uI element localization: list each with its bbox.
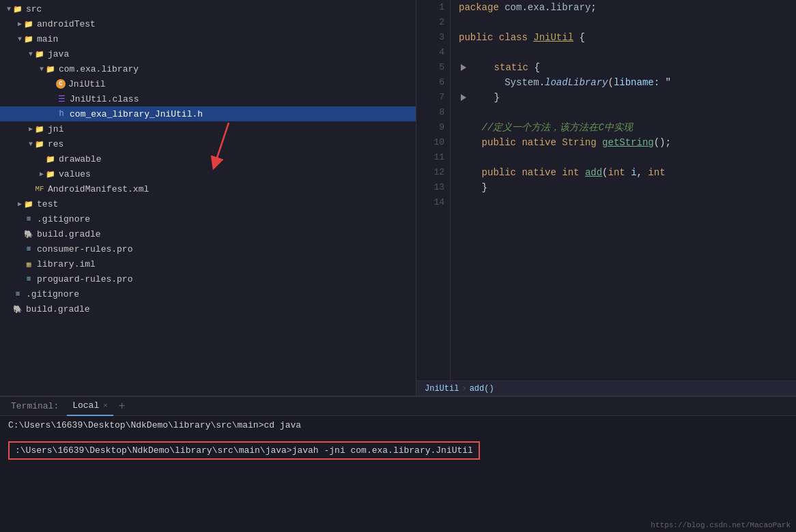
keyword-public: public [459, 30, 493, 45]
keyword-class: class [499, 30, 528, 45]
sidebar-item-label: src [26, 4, 42, 14]
sidebar-item-jniutil-h[interactable]: ▶ h com_exa_library_JniUtil.h [0, 106, 416, 121]
sidebar-item-src[interactable]: ▼ 📁 src [0, 1, 416, 16]
code-line-1: package com . exa . library ; [459, 0, 796, 15]
sidebar-item-jni[interactable]: ▶ 📁 jni [0, 121, 416, 136]
sidebar-item-label: com_exa_library_JniUtil.h [70, 109, 203, 119]
sidebar-item-java[interactable]: ▼ 📁 java [0, 46, 416, 61]
arrow-icon: ▼ [7, 5, 11, 13]
keyword-public: public [482, 165, 516, 180]
sidebar-item-label: res [48, 139, 63, 149]
sidebar-item-label: JniUtil [68, 79, 106, 89]
gitignore-icon: ≡ [12, 289, 23, 299]
code-text: , [637, 165, 649, 180]
line-num-10: 10 [416, 135, 444, 150]
sidebar-item-consumer-rules[interactable]: ▶ ≡ consumer-rules.pro [0, 241, 416, 256]
sidebar-item-androidmanifest[interactable]: ▶ MF AndroidManifest.xml [0, 181, 416, 196]
terminal-line-1: C:\Users\16639\Desktop\NdkDemo\library\s… [8, 420, 788, 430]
sidebar-item-label: consumer-rules.pro [37, 244, 132, 254]
code-text: . [522, 0, 527, 15]
code-text [493, 30, 498, 45]
sidebar-item-label: AndroidManifest.xml [48, 184, 149, 194]
sidebar-item-test[interactable]: ▶ 📁 test [0, 196, 416, 211]
code-text: ( [602, 165, 608, 180]
sidebar-item-androidtest[interactable]: ▶ 📁 androidTest [0, 16, 416, 31]
breadcrumb-bar: JniUtil › add() [416, 381, 796, 396]
sidebar-item-main[interactable]: ▼ 📁 main [0, 31, 416, 46]
sidebar-item-label: java [48, 49, 69, 59]
code-line-14 [459, 195, 796, 210]
method-name-add: add [585, 165, 602, 180]
code-text [499, 0, 504, 15]
folder-icon: 📁 [34, 138, 45, 149]
gradle-icon: 🐘 [23, 228, 34, 239]
keyword-int3: int [648, 165, 665, 180]
terminal-plus-button[interactable]: + [113, 400, 131, 413]
sidebar-item-label: main [37, 34, 58, 44]
code-text [459, 75, 504, 90]
sidebar-item-gitignore2[interactable]: ▶ ≡ .gitignore [0, 286, 416, 301]
sidebar-item-proguard[interactable]: ▶ ≡ proguard-rules.pro [0, 271, 416, 286]
folder-icon: 📁 [23, 198, 34, 209]
sidebar-item-com-exa-library[interactable]: ▼ 📁 com.exa.library [0, 61, 416, 76]
terminal-content: C:\Users\16639\Desktop\NdkDemo\library\s… [0, 416, 796, 532]
sidebar-item-jniutil-class[interactable]: ▶ ☰ JniUtil.class [0, 91, 416, 106]
terminal-local-tab[interactable]: Local × [67, 397, 113, 416]
iml-icon: ▦ [23, 258, 34, 269]
arrow-icon: ▶ [18, 200, 22, 208]
sidebar-item-drawable[interactable]: ▶ 📁 drawable [0, 151, 416, 166]
sidebar-item-library-iml[interactable]: ▶ ▦ library.iml [0, 256, 416, 271]
sidebar-item-label: .gitignore [37, 214, 90, 224]
keyword-package: package [459, 0, 499, 15]
line-num-12: 12 [416, 165, 444, 180]
code-text: } [459, 180, 487, 195]
line-num-7: 7 [416, 90, 444, 105]
code-text [528, 30, 533, 45]
code-text: library [550, 0, 591, 15]
watermark: https://blog.csdn.net/MacaoPark [651, 521, 791, 529]
code-line-9: //定义一个方法，该方法在C中实现 [459, 120, 796, 135]
line-num-6: 6 [416, 75, 444, 90]
gradle-icon: 🐘 [12, 304, 23, 314]
class-name: JniUtil [533, 30, 573, 45]
sidebar-item-buildgradle1[interactable]: ▶ 🐘 build.gradle [0, 226, 416, 241]
sidebar-item-label: build.gradle [26, 304, 90, 314]
keyword-int: int [562, 165, 579, 180]
folder-icon: 📁 [34, 123, 45, 134]
sidebar-item-label: proguard-rules.pro [37, 274, 132, 284]
terminal-line-highlighted-wrapper: :\Users\16639\Desktop\NdkDemo\library\sr… [8, 436, 788, 460]
sidebar-item-values[interactable]: ▶ 📁 values [0, 166, 416, 181]
code-line-12: public native int add ( int i , int [459, 165, 796, 180]
breadcrumb-class: JniUtil [425, 384, 459, 394]
code-area: 1 2 3 4 5 6 7 8 9 10 11 12 13 14 package [416, 0, 796, 381]
comment-text: //定义一个方法，该方法在C中实现 [459, 120, 633, 135]
sidebar-item-label: values [59, 169, 91, 179]
line-num-13: 13 [416, 180, 444, 195]
arrow-icon: ▼ [29, 141, 33, 148]
code-line-6: System . loadLibrary ( libname: " [459, 75, 796, 90]
code-text [556, 135, 562, 150]
sidebar-scroll[interactable]: ▼ 📁 src ▶ 📁 androidTest ▼ 📁 main ▼ 📁 jav… [0, 1, 416, 396]
gutter-icon [459, 90, 468, 105]
java-icon: C [56, 79, 66, 89]
code-line-3: public class JniUtil { [459, 30, 796, 45]
sidebar-item-jniutil[interactable]: ▶ C JniUtil [0, 76, 416, 91]
terminal-path-1: C:\Users\16639\Desktop\NdkDemo\library\s… [8, 420, 301, 430]
terminal-label-text: Terminal: [11, 401, 59, 411]
arrow-icon: ▼ [29, 50, 33, 58]
terminal-close-button[interactable]: × [103, 402, 108, 410]
line-num-9: 9 [416, 120, 444, 135]
arrow-icon: ▶ [29, 125, 33, 133]
line-num-5: 5 [416, 60, 444, 75]
keyword-static: static [471, 60, 528, 75]
folder-icon: 📁 [34, 48, 45, 59]
code-text: { [528, 60, 540, 75]
method-call: loadLibrary [545, 75, 608, 90]
code-text: exa [528, 0, 545, 15]
param-i: i [631, 165, 636, 180]
sidebar-item-gitignore1[interactable]: ▶ ≡ .gitignore [0, 211, 416, 226]
header-icon: h [56, 108, 67, 119]
sidebar-item-buildgradle2[interactable]: ▶ 🐘 build.gradle [0, 301, 416, 316]
folder-icon: 📁 [12, 3, 23, 14]
sidebar-item-res[interactable]: ▼ 📁 res [0, 136, 416, 151]
